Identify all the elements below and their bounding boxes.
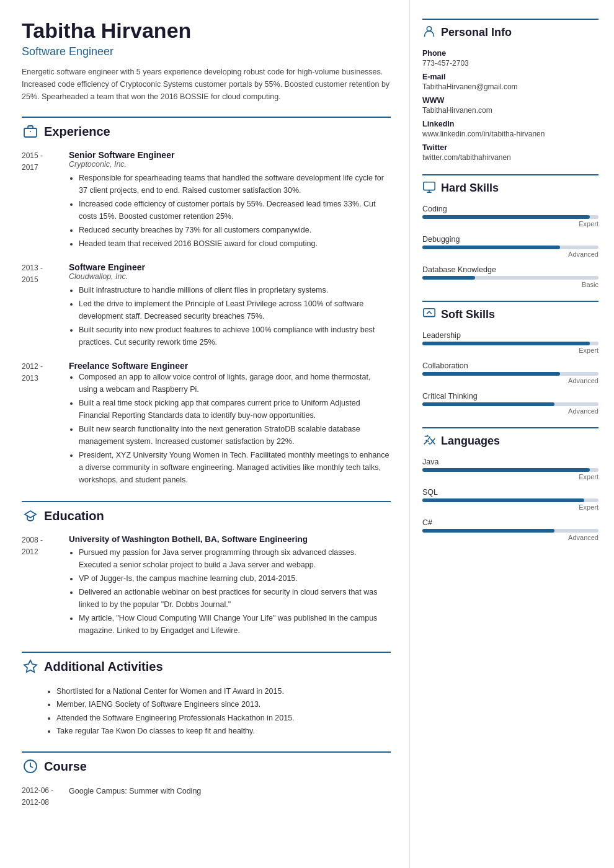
svg-rect-0 <box>24 128 37 137</box>
exp-job-title: Senior Software Engineer <box>69 150 391 160</box>
exp-bullet: Composed an app to allow voice control o… <box>79 371 391 396</box>
experience-header: Experience <box>22 117 391 140</box>
hard-skills-title: Hard Skills <box>441 182 499 195</box>
exp-bullet: Built infrastructure to handle millions … <box>79 284 391 296</box>
twitter-label: Twitter <box>422 143 598 152</box>
exp-content: Freelance Software Engineer Composed an … <box>69 361 391 487</box>
personal-info-title: Personal Info <box>441 26 512 39</box>
exp-bullet: Built new search functionality into the … <box>79 423 391 448</box>
exp-bullet: Responsible for spearheading teams that … <box>79 172 391 197</box>
skill-name: Coding <box>422 205 598 213</box>
languages-header: Languages <box>422 427 598 449</box>
skill-bar-container <box>422 529 598 533</box>
exp-content: Software Engineer Cloudwallop, Inc. Buil… <box>69 262 391 350</box>
skill-name: Leadership <box>422 331 598 340</box>
skill-bar-container <box>422 246 598 249</box>
skill-bar <box>422 246 560 249</box>
candidate-name: Tabitha Hirvanen <box>22 19 391 43</box>
exp-company: Cloudwallop, Inc. <box>69 272 391 281</box>
course-header: Course <box>22 751 391 775</box>
exp-content: Senior Software Engineer Cryptoconic, In… <box>69 150 391 251</box>
skill-bar-container <box>422 498 598 502</box>
activities-section: Additional Activities Shortlisted for a … <box>22 652 391 738</box>
personal-info-header: Personal Info <box>422 19 598 40</box>
resume-page: Tabitha Hirvanen Software Engineer Energ… <box>0 0 614 868</box>
education-entry: 2008 -2012 University of Washington Both… <box>22 534 391 638</box>
edu-bullet: VP of Jugger-Is, the campus machine lear… <box>79 572 391 585</box>
email-value: TabithaHirvanen@gmail.com <box>422 82 598 91</box>
course-icon <box>22 758 39 775</box>
exp-company: Cryptoconic, Inc. <box>69 160 391 169</box>
svg-rect-8 <box>424 309 435 317</box>
exp-bullet: Reduced security breaches by 73% for all… <box>79 224 391 236</box>
edu-bullet: Pursued my passion for Java server progr… <box>79 546 391 571</box>
course-name: Google Campus: Summer with Coding <box>69 785 201 808</box>
skill-level: Advanced <box>422 407 598 415</box>
hard-skills-icon <box>422 180 436 196</box>
candidate-summary: Energetic software engineer with 5 years… <box>22 66 391 103</box>
education-icon <box>22 507 39 525</box>
email-label: E-mail <box>422 73 598 81</box>
svg-marker-2 <box>24 660 37 672</box>
skill-block: Leadership Expert <box>422 331 598 354</box>
hard-skills-header: Hard Skills <box>422 174 598 196</box>
left-column: Tabitha Hirvanen Software Engineer Energ… <box>0 0 409 868</box>
skill-bar <box>422 402 554 406</box>
soft-skills-icon <box>422 307 436 322</box>
education-list: 2008 -2012 University of Washington Both… <box>22 534 391 638</box>
experience-list: 2015 -2017 Senior Software Engineer Cryp… <box>22 150 391 487</box>
right-column: Personal Info Phone 773-457-2703 E-mail … <box>409 0 614 868</box>
exp-job-title: Software Engineer <box>69 262 391 272</box>
skill-bar-container <box>422 342 598 345</box>
exp-bullet: Built a real time stock picking app that… <box>79 397 391 422</box>
exp-bullets: Responsible for spearheading teams that … <box>79 172 391 250</box>
skill-level: Advanced <box>422 534 598 541</box>
edu-content: University of Washington Bothell, BA, So… <box>69 534 391 638</box>
exp-dates: 2015 -2017 <box>22 150 59 251</box>
skill-name: Java <box>422 458 598 466</box>
skill-bar-container <box>422 402 598 406</box>
experience-icon <box>22 123 39 140</box>
linkedin-value: www.linkedin.com/in/tabitha-hirvanen <box>422 130 598 138</box>
skill-block: Debugging Advanced <box>422 235 598 258</box>
skill-level: Advanced <box>422 377 598 384</box>
course-entry: 2012-06 -2012-08 Google Campus: Summer w… <box>22 785 391 808</box>
skill-name: C# <box>422 518 598 527</box>
experience-section: Experience 2015 -2017 Senior Software En… <box>22 117 391 487</box>
skill-bar <box>422 215 590 219</box>
exp-job-title: Freelance Software Engineer <box>69 361 391 371</box>
experience-title: Experience <box>44 125 110 139</box>
skill-name: Debugging <box>422 235 598 244</box>
exp-bullet: President, XYZ University Young Women in… <box>79 449 391 486</box>
skill-block: C# Advanced <box>422 518 598 541</box>
activities-list: Shortlisted for a National Center for Wo… <box>56 685 391 738</box>
skill-name: Critical Thinking <box>422 392 598 401</box>
education-section: Education 2008 -2012 University of Washi… <box>22 501 391 638</box>
exp-bullet: Increased code efficiency of customer po… <box>79 198 391 223</box>
phone-value: 773-457-2703 <box>422 59 598 68</box>
edu-bullets: Pursued my passion for Java server progr… <box>79 546 391 637</box>
soft-skills-list: Leadership Expert Collaboration Advanced… <box>422 331 598 415</box>
skill-bar <box>422 372 560 376</box>
personal-info-section: Personal Info Phone 773-457-2703 E-mail … <box>422 19 598 162</box>
skill-bar-container <box>422 276 598 280</box>
skill-bar-container <box>422 215 598 219</box>
education-title: Education <box>44 509 104 523</box>
skill-level: Expert <box>422 220 598 228</box>
soft-skills-title: Soft Skills <box>441 308 495 321</box>
exp-bullet: Built security into new product features… <box>79 324 391 348</box>
skill-name: Collaboration <box>422 361 598 370</box>
skill-level: Advanced <box>422 250 598 258</box>
languages-list: Java Expert SQL Expert C# Advanced <box>422 458 598 541</box>
activities-icon <box>22 658 39 675</box>
www-value: TabithaHirvanen.com <box>422 106 598 115</box>
skill-bar-container <box>422 372 598 376</box>
twitter-value: twitter.com/tabithahirvanen <box>422 153 598 162</box>
skill-level: Expert <box>422 503 598 511</box>
experience-entry: 2012 -2013 Freelance Software Engineer C… <box>22 361 391 487</box>
linkedin-label: LinkedIn <box>422 120 598 128</box>
hard-skills-section: Hard Skills Coding Expert Debugging Adva… <box>422 174 598 288</box>
activity-item: Member, IAENG Society of Software Engine… <box>56 698 391 711</box>
edu-bullet: My article, "How Cloud Computing Will Ch… <box>79 612 391 637</box>
activity-item: Attended the Software Engineering Profes… <box>56 712 391 725</box>
